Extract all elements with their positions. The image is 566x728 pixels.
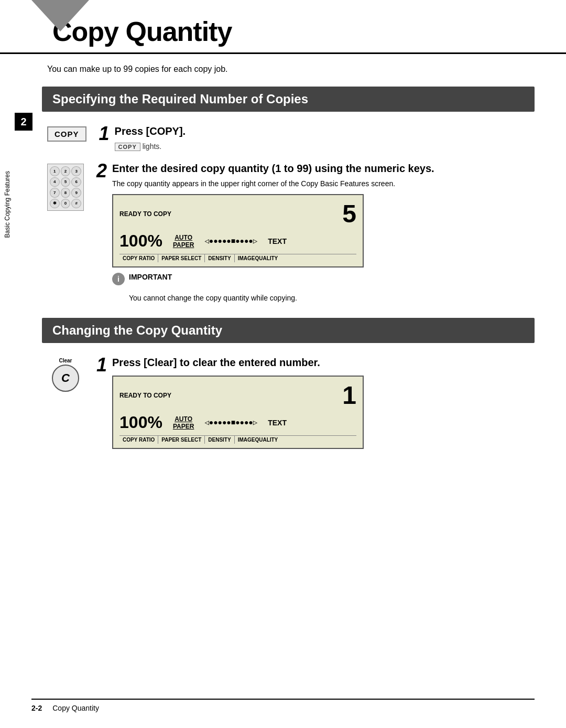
lcd-text-label-2: TEXT bbox=[268, 419, 287, 427]
key-7: 7 bbox=[50, 188, 60, 198]
lcd-cell-2c: DENSITY bbox=[205, 436, 234, 444]
lights-text: lights. bbox=[143, 142, 162, 151]
density-bar-2: ◁●●●●●■●●●●▷ bbox=[204, 418, 257, 427]
lcd-number-1: 5 bbox=[342, 199, 356, 228]
footer-title: Copy Quantity bbox=[52, 704, 99, 712]
step2-container: 1 2 3 4 5 6 7 8 9 ✱ 0 # 2 Enter the desi… bbox=[42, 162, 535, 302]
density-bar-1: ◁●●●●●■●●●●▷ bbox=[204, 237, 257, 245]
copy-button-icon: COPY bbox=[47, 126, 86, 142]
numpad: 1 2 3 4 5 6 7 8 9 ✱ 0 # bbox=[47, 164, 84, 211]
key-2: 2 bbox=[61, 166, 71, 176]
step2-content: Enter the desired copy quantity (1 to 99… bbox=[112, 162, 434, 302]
lcd-number-2: 1 bbox=[342, 381, 356, 410]
section1-header: Specifying the Required Number of Copies bbox=[42, 87, 535, 112]
lcd-bottom-row-1: COPY RATIO PAPER SELECT DENSITY IMAGEQUA… bbox=[119, 254, 356, 262]
key-hash: # bbox=[71, 199, 81, 209]
section2-step1-title: Press [Clear] to clear the entered numbe… bbox=[112, 356, 364, 369]
important-label: IMPORTANT bbox=[129, 273, 172, 281]
footer-page-num: 2-2 bbox=[31, 704, 42, 712]
page-title: Copy Quantity bbox=[42, 16, 535, 47]
step1-title: Press [COPY]. bbox=[115, 124, 186, 138]
copy-small-label: COPY bbox=[115, 143, 140, 151]
lcd-cell-1c: DENSITY bbox=[205, 254, 234, 262]
step1-sub: COPY lights. bbox=[115, 142, 186, 151]
section2-step1-content: Press [Clear] to clear the entered numbe… bbox=[112, 356, 364, 453]
page-footer: 2-2 Copy Quantity bbox=[31, 699, 535, 712]
lcd-cell-2d: IMAGEQUALITY bbox=[235, 436, 281, 444]
lcd-middle-row-2: 100% AUTO PAPER ◁●●●●●■●●●●▷ TEXT bbox=[119, 413, 356, 432]
clear-button-icon: Clear C bbox=[47, 358, 84, 392]
key-6: 6 bbox=[71, 177, 81, 187]
step2-number: 2 bbox=[96, 162, 107, 180]
sidebar-label: Basic Copying Features bbox=[4, 171, 11, 238]
lcd-cell-2a: COPY RATIO bbox=[119, 436, 158, 444]
clear-circle[interactable]: C bbox=[52, 365, 79, 392]
step1-number: 1 bbox=[99, 124, 110, 143]
step1-container: COPY 1 Press [COPY]. COPY lights. bbox=[42, 124, 535, 151]
chapter-number: 2 bbox=[15, 113, 32, 131]
key-9: 9 bbox=[71, 188, 81, 198]
section2-header: Changing the Copy Quantity bbox=[42, 318, 535, 343]
step2-title: Enter the desired copy quantity (1 to 99… bbox=[112, 162, 434, 175]
copy-button-label[interactable]: COPY bbox=[47, 126, 86, 142]
intro-text: You can make up to 99 copies for each co… bbox=[42, 65, 535, 74]
lcd-middle-row-1: 100% AUTO PAPER ◁●●●●●■●●●●▷ TEXT bbox=[119, 231, 356, 251]
sidebar: Basic Copying Features bbox=[0, 105, 15, 304]
numpad-icon: 1 2 3 4 5 6 7 8 9 ✱ 0 # bbox=[47, 164, 84, 211]
lcd-text-label-1: TEXT bbox=[268, 237, 287, 245]
lcd-cell-2b: PAPER SELECT bbox=[158, 436, 205, 444]
step1-content: Press [COPY]. COPY lights. bbox=[115, 124, 186, 151]
auto-line2-1: PAPER bbox=[173, 241, 194, 249]
lcd-cell-1a: COPY RATIO bbox=[119, 254, 158, 262]
lcd-ready-text-2: READY TO COPY bbox=[119, 392, 171, 399]
lcd-auto-paper-1: AUTO PAPER bbox=[173, 234, 194, 249]
key-3: 3 bbox=[71, 166, 81, 176]
lcd-screen-2: READY TO COPY 1 100% AUTO PAPER ◁●●●●●■●… bbox=[112, 376, 364, 449]
lcd-percent-1: 100% bbox=[119, 231, 162, 251]
important-note: i IMPORTANT bbox=[112, 273, 434, 285]
auto-line1-2: AUTO bbox=[173, 415, 194, 423]
key-4: 4 bbox=[50, 177, 60, 187]
step2-body: The copy quantity appears in the upper r… bbox=[112, 179, 434, 188]
auto-line1-1: AUTO bbox=[173, 234, 194, 241]
auto-line2-2: PAPER bbox=[173, 423, 194, 430]
clear-label: Clear bbox=[59, 358, 72, 363]
key-star: ✱ bbox=[50, 199, 60, 209]
key-5: 5 bbox=[61, 177, 71, 187]
section2-step1-container: Clear C 1 Press [Clear] to clear the ent… bbox=[42, 356, 535, 453]
lcd-bottom-row-2: COPY RATIO PAPER SELECT DENSITY IMAGEQUA… bbox=[119, 435, 356, 444]
key-1: 1 bbox=[50, 166, 60, 176]
lcd-screen-1: READY TO COPY 5 100% AUTO PAPER ◁●●●●●■●… bbox=[112, 194, 364, 267]
key-8: 8 bbox=[61, 188, 71, 198]
lcd-cell-1b: PAPER SELECT bbox=[158, 254, 205, 262]
main-content: You can make up to 99 copies for each co… bbox=[0, 65, 566, 453]
lcd-cell-1d: IMAGEQUALITY bbox=[235, 254, 281, 262]
important-body: You cannot change the copy quantity whil… bbox=[129, 294, 434, 302]
section2-step1-number: 1 bbox=[96, 356, 107, 374]
key-0: 0 bbox=[61, 199, 71, 209]
lcd-top-row-1: READY TO COPY 5 bbox=[119, 199, 356, 228]
lcd-percent-2: 100% bbox=[119, 413, 162, 432]
lcd-top-row-2: READY TO COPY 1 bbox=[119, 381, 356, 410]
clear-button-container: Clear C bbox=[47, 358, 84, 392]
header-triangle bbox=[31, 0, 89, 31]
lcd-ready-text-1: READY TO COPY bbox=[119, 210, 171, 218]
important-icon: i bbox=[112, 273, 125, 285]
lcd-auto-paper-2: AUTO PAPER bbox=[173, 415, 194, 430]
page-header: Copy Quantity bbox=[0, 0, 566, 54]
